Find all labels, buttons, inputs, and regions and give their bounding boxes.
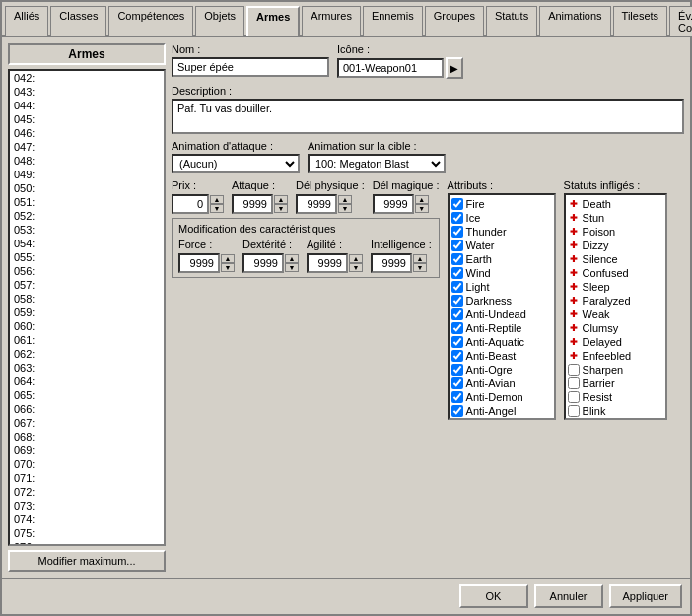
- list-item[interactable]: 067:: [10, 416, 164, 430]
- status-checkbox[interactable]: [568, 364, 580, 376]
- status-checkbox[interactable]: [568, 391, 580, 403]
- attr-checkbox[interactable]: [451, 377, 463, 389]
- attr-checkbox[interactable]: [451, 405, 463, 417]
- prix-input[interactable]: [172, 194, 209, 214]
- tab-alli-s[interactable]: Alliés: [5, 6, 48, 36]
- agilite-up[interactable]: ▲: [349, 254, 363, 263]
- list-item[interactable]: 049:: [10, 168, 164, 181]
- list-item[interactable]: 066:: [10, 402, 164, 416]
- list-item[interactable]: 055:: [10, 250, 164, 264]
- list-item[interactable]: 047:: [10, 140, 164, 154]
- attr-checkbox[interactable]: [451, 253, 463, 265]
- def-mag-down[interactable]: ▼: [415, 204, 429, 213]
- status-checkbox[interactable]: [568, 377, 580, 389]
- attr-checkbox[interactable]: [451, 212, 463, 224]
- intelligence-down[interactable]: ▼: [413, 263, 427, 272]
- attaque-down[interactable]: ▼: [274, 204, 288, 213]
- list-item[interactable]: 063:: [10, 361, 164, 375]
- attr-checkbox[interactable]: [451, 267, 463, 279]
- def-phys-input[interactable]: [296, 194, 337, 214]
- list-item[interactable]: 045:: [10, 112, 164, 126]
- list-item[interactable]: 054:: [10, 237, 164, 250]
- icone-input[interactable]: [337, 58, 444, 78]
- tab-tilesets[interactable]: Tilesets: [613, 6, 668, 36]
- attaque-up[interactable]: ▲: [274, 195, 288, 204]
- list-item[interactable]: 073:: [10, 499, 164, 513]
- appliquer-button[interactable]: Appliquer: [609, 584, 682, 608]
- list-item[interactable]: 071:: [10, 471, 164, 485]
- ok-button[interactable]: OK: [459, 584, 528, 608]
- dext-input[interactable]: [242, 253, 284, 273]
- def-mag-up[interactable]: ▲: [415, 195, 429, 204]
- attr-checkbox[interactable]: [451, 364, 463, 376]
- prix-up[interactable]: ▲: [210, 195, 224, 204]
- list-item[interactable]: 075:: [10, 526, 164, 540]
- dext-up[interactable]: ▲: [285, 254, 299, 263]
- force-up[interactable]: ▲: [221, 254, 235, 263]
- list-item[interactable]: 072:: [10, 485, 164, 499]
- attr-checkbox[interactable]: [451, 350, 463, 362]
- list-item[interactable]: 053:: [10, 223, 164, 237]
- list-item[interactable]: 070:: [10, 457, 164, 471]
- force-input[interactable]: [178, 253, 220, 273]
- list-item[interactable]: 074:: [10, 513, 164, 526]
- intelligence-up[interactable]: ▲: [413, 254, 427, 263]
- tab-statuts[interactable]: Statuts: [486, 6, 537, 36]
- def-mag-input[interactable]: [373, 194, 414, 214]
- list-item[interactable]: 048:: [10, 154, 164, 168]
- list-item[interactable]: 064:: [10, 375, 164, 388]
- list-item[interactable]: 043:: [10, 85, 164, 99]
- prix-down[interactable]: ▼: [210, 204, 224, 213]
- list-item[interactable]: 050:: [10, 181, 164, 195]
- attr-checkbox[interactable]: [451, 419, 463, 420]
- list-item[interactable]: 060:: [10, 319, 164, 333]
- tab-objets[interactable]: Objets: [195, 6, 244, 36]
- weapons-list[interactable]: 042:043:044:045:046:047:048:049:050:051:…: [8, 69, 166, 546]
- list-item[interactable]: 059:: [10, 306, 164, 319]
- animation-cible-select[interactable]: 100: Megaton Blast: [308, 154, 446, 173]
- list-item[interactable]: 042:: [10, 71, 164, 85]
- intelligence-input[interactable]: [371, 253, 412, 273]
- agilite-down[interactable]: ▼: [349, 263, 363, 272]
- dext-down[interactable]: ▼: [285, 263, 299, 272]
- list-item[interactable]: 068:: [10, 430, 164, 444]
- list-item[interactable]: 065:: [10, 388, 164, 402]
- list-item[interactable]: 069:: [10, 444, 164, 457]
- attr-checkbox[interactable]: [451, 281, 463, 293]
- attaque-input[interactable]: [232, 194, 273, 214]
- list-item[interactable]: 044:: [10, 99, 164, 112]
- attr-checkbox[interactable]: [451, 336, 463, 348]
- attr-checkbox[interactable]: [451, 240, 463, 251]
- list-item[interactable]: 061:: [10, 333, 164, 347]
- attr-checkbox[interactable]: [451, 322, 463, 334]
- annuler-button[interactable]: Annuler: [534, 584, 603, 608]
- list-item[interactable]: 051:: [10, 195, 164, 209]
- tab-animations[interactable]: Animations: [539, 6, 610, 36]
- tab-groupes[interactable]: Groupes: [425, 6, 484, 36]
- agilite-input[interactable]: [307, 253, 348, 273]
- list-item[interactable]: 052:: [10, 209, 164, 223]
- statuts-list[interactable]: ✚Death✚Stun✚Poison✚Dizzy✚Silence✚Confuse…: [564, 193, 667, 420]
- status-checkbox[interactable]: [568, 419, 580, 420]
- status-checkbox[interactable]: [568, 405, 580, 417]
- nom-input[interactable]: [172, 57, 329, 77]
- animation-attaque-select[interactable]: (Aucun): [172, 154, 300, 173]
- modifier-max-button[interactable]: Modifier maximum...: [8, 550, 166, 572]
- icone-browse-button[interactable]: ▶: [446, 57, 463, 79]
- tab-classes[interactable]: Classes: [50, 6, 106, 36]
- attr-checkbox[interactable]: [451, 391, 463, 403]
- description-input[interactable]: [172, 99, 684, 134]
- list-item[interactable]: 076:: [10, 540, 164, 546]
- attr-checkbox[interactable]: [451, 226, 463, 238]
- list-item[interactable]: 046:: [10, 126, 164, 140]
- tab-armures[interactable]: Armures: [302, 6, 361, 36]
- tab-armes[interactable]: Armes: [246, 6, 300, 36]
- attr-checkbox[interactable]: [451, 198, 463, 210]
- list-item[interactable]: 058:: [10, 292, 164, 306]
- def-phys-up[interactable]: ▲: [338, 195, 352, 204]
- tab--v--communs[interactable]: Év. Communs: [669, 6, 692, 36]
- tab-comp-tences[interactable]: Compétences: [108, 6, 193, 36]
- attr-checkbox[interactable]: [451, 295, 463, 307]
- list-item[interactable]: 062:: [10, 347, 164, 361]
- attr-checkbox[interactable]: [451, 308, 463, 320]
